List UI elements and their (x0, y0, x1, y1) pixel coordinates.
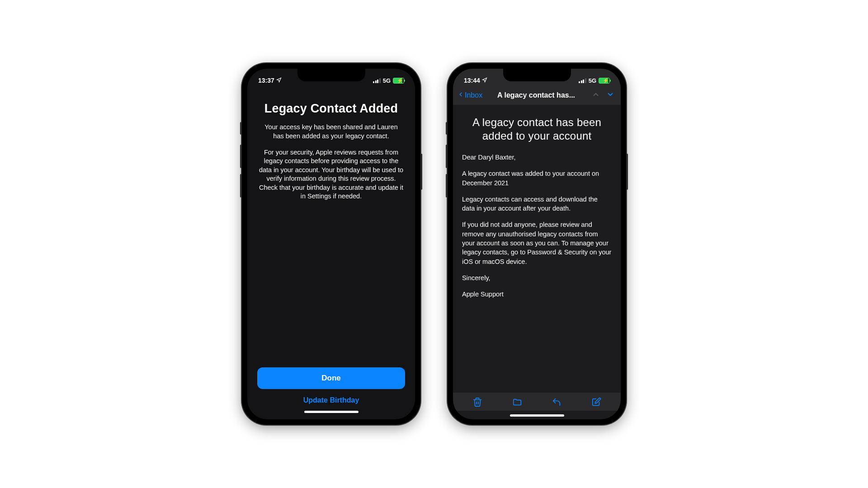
volume-up-button[interactable] (240, 145, 242, 168)
cellular-signal-icon (579, 78, 586, 83)
battery-icon: ⚡ (393, 78, 404, 84)
mail-screen: 13:44 5G ⚡ Inbox A le (453, 69, 621, 419)
side-button[interactable] (626, 154, 628, 190)
volume-down-button[interactable] (240, 174, 242, 197)
mail-sender: Apple Support (462, 290, 612, 299)
network-label: 5G (589, 77, 596, 84)
home-indicator[interactable] (510, 414, 564, 417)
iphone-legacy-contact-settings: 13:37 5G ⚡ Legacy Contact Added Your acc… (242, 63, 420, 425)
location-icon (482, 77, 487, 84)
trash-button[interactable] (468, 397, 486, 409)
display-notch (297, 69, 365, 81)
mail-nav-bar: Inbox A legacy contact has... (453, 89, 621, 102)
cellular-signal-icon (373, 78, 381, 83)
home-indicator[interactable] (304, 411, 359, 413)
update-birthday-button[interactable]: Update Birthday (257, 389, 405, 407)
mail-closing: Sincerely, (462, 273, 612, 282)
mail-title: A legacy contact has been added to your … (462, 116, 612, 143)
mail-subject-truncated: A legacy contact has... (485, 91, 587, 99)
done-button[interactable]: Done (257, 367, 405, 389)
mail-greeting: Dear Daryl Baxter, (462, 153, 612, 162)
confirmation-paragraph-2: For your security, Apple reviews request… (257, 148, 405, 201)
mail-toolbar (453, 393, 621, 411)
volume-down-button[interactable] (446, 174, 448, 197)
back-button[interactable]: Inbox (458, 90, 482, 100)
page-title: Legacy Contact Added (257, 101, 405, 116)
location-icon (276, 77, 282, 84)
compose-button[interactable] (587, 397, 605, 409)
status-time: 13:44 (464, 77, 480, 84)
status-time: 13:37 (258, 77, 274, 84)
reply-button[interactable] (547, 397, 566, 409)
settings-content: Legacy Contact Added Your access key has… (247, 89, 415, 419)
back-label: Inbox (465, 91, 482, 99)
iphone-mail-app: 13:44 5G ⚡ Inbox A le (448, 63, 626, 425)
confirmation-paragraph-1: Your access key has been shared and Laur… (257, 123, 405, 141)
mail-paragraph-1: A legacy contact was added to your accou… (462, 169, 612, 188)
mail-paragraph-2: Legacy contacts can access and download … (462, 195, 612, 213)
battery-icon: ⚡ (599, 78, 610, 84)
settings-screen: 13:37 5G ⚡ Legacy Contact Added Your acc… (247, 69, 415, 419)
volume-up-button[interactable] (446, 145, 448, 168)
mail-body[interactable]: A legacy contact has been added to your … (453, 105, 621, 393)
side-button[interactable] (420, 154, 422, 190)
mail-paragraph-3: If you did not add anyone, please review… (462, 220, 612, 266)
network-label: 5G (383, 77, 391, 84)
display-notch (503, 69, 571, 81)
mute-switch[interactable] (446, 122, 448, 135)
chevron-left-icon (458, 90, 464, 100)
previous-message-button (590, 90, 602, 100)
move-folder-button[interactable] (508, 397, 526, 409)
mute-switch[interactable] (240, 122, 242, 135)
next-message-button[interactable] (604, 90, 616, 100)
